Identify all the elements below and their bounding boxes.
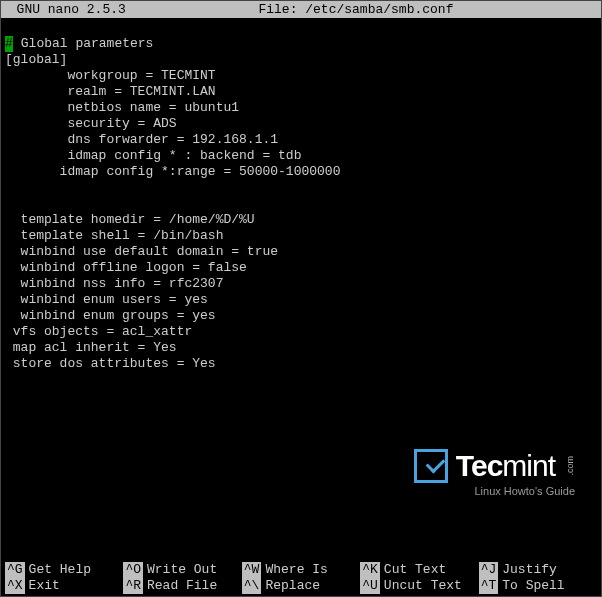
line: [global] xyxy=(5,52,67,67)
line: dns forwarder = 192.168.1.1 xyxy=(5,132,278,147)
line: idmap config * : backend = tdb xyxy=(5,148,301,163)
shortcut-justify[interactable]: ^JJustify xyxy=(479,562,597,578)
line: winbind nss info = rfc2307 xyxy=(5,276,223,291)
line: realm = TECMINT.LAN xyxy=(5,84,216,99)
shortcut-to-spell[interactable]: ^TTo Spell xyxy=(479,578,597,594)
cursor: # xyxy=(5,36,13,52)
checkbox-icon xyxy=(414,449,448,483)
shortcut-get-help[interactable]: ^GGet Help xyxy=(5,562,123,578)
shortcut-cut-text[interactable]: ^KCut Text xyxy=(360,562,478,578)
line: vfs objects = acl_xattr xyxy=(5,324,192,339)
watermark-logo: Tecmint .com Linux Howto's Guide xyxy=(414,449,575,497)
shortcut-bar: ^GGet Help ^OWrite Out ^WWhere Is ^KCut … xyxy=(5,562,597,594)
title-bar: GNU nano 2.5.3 File: /etc/samba/smb.conf xyxy=(1,1,601,18)
line: template homedir = /home/%D/%U xyxy=(5,212,255,227)
editor-area[interactable]: # Global parameters [global] workgroup =… xyxy=(1,18,601,372)
logo-tagline: Linux Howto's Guide xyxy=(414,485,575,497)
line: workgroup = TECMINT xyxy=(5,68,216,83)
line: Global parameters xyxy=(13,36,153,51)
shortcut-where-is[interactable]: ^WWhere Is xyxy=(242,562,360,578)
line: netbios name = ubuntu1 xyxy=(5,100,239,115)
line: idmap config *:range = 50000-1000000 xyxy=(5,164,340,179)
logo-text: Tecmint xyxy=(456,449,555,483)
shortcut-uncut-text[interactable]: ^UUncut Text xyxy=(360,578,478,594)
line: store dos attributes = Yes xyxy=(5,356,216,371)
shortcut-replace[interactable]: ^\Replace xyxy=(242,578,360,594)
line: security = ADS xyxy=(5,116,177,131)
shortcut-read-file[interactable]: ^RRead File xyxy=(123,578,241,594)
line: winbind enum groups = yes xyxy=(5,308,216,323)
line: map acl inherit = Yes xyxy=(5,340,177,355)
line: template shell = /bin/bash xyxy=(5,228,223,243)
line: winbind offline logon = false xyxy=(5,260,247,275)
shortcut-write-out[interactable]: ^OWrite Out xyxy=(123,562,241,578)
logo-dotcom: .com xyxy=(565,456,575,476)
shortcut-exit[interactable]: ^XExit xyxy=(5,578,123,594)
line: winbind use default domain = true xyxy=(5,244,278,259)
line: winbind enum users = yes xyxy=(5,292,208,307)
